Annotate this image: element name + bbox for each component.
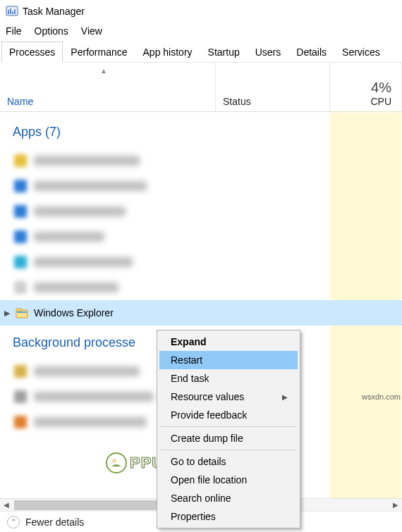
menu-open-file-location[interactable]: Open file location — [159, 471, 298, 489]
menu-provide-feedback[interactable]: Provide feedback — [159, 406, 298, 424]
tab-users[interactable]: Users — [248, 42, 289, 63]
tab-processes[interactable]: Processes — [1, 42, 63, 63]
row-label: Windows Explorer — [34, 307, 114, 318]
task-manager-icon — [6, 5, 18, 18]
fewer-details-label[interactable]: Fewer details — [25, 516, 84, 528]
tab-performance[interactable]: Performance — [63, 42, 135, 63]
svg-point-8 — [106, 453, 126, 473]
sort-caret-icon: ▲ — [100, 67, 107, 75]
collapse-details-button[interactable]: ⌃ — [7, 516, 20, 528]
menu-resource-values[interactable]: Resource values ▶ — [159, 388, 298, 406]
column-status[interactable]: Status — [216, 63, 330, 111]
tab-bar: Processes Performance App history Startu… — [0, 41, 402, 63]
table-row[interactable] — [0, 199, 402, 224]
column-headers: ▲ Name Status 4% CPU — [0, 63, 402, 112]
context-menu: Expand Restart End task Resource values … — [157, 330, 300, 528]
tab-app-history[interactable]: App history — [135, 42, 200, 63]
menu-options[interactable]: Options — [35, 25, 68, 37]
window-title: Task Manager — [23, 6, 85, 17]
menu-restart[interactable]: Restart — [159, 351, 298, 369]
cpu-usage-value: 4% — [371, 80, 391, 96]
table-row[interactable] — [0, 173, 402, 199]
chevron-right-icon[interactable]: ▶ — [4, 309, 10, 318]
scroll-right-icon[interactable]: ▶ — [389, 499, 402, 512]
column-name-label: Name — [7, 96, 33, 107]
menu-expand[interactable]: Expand — [159, 333, 298, 351]
column-name[interactable]: ▲ Name — [0, 63, 216, 111]
tab-services[interactable]: Services — [334, 42, 388, 63]
menu-view[interactable]: View — [81, 25, 102, 37]
chevron-right-icon: ▶ — [282, 393, 288, 401]
menu-separator — [161, 450, 296, 450]
scroll-left-icon[interactable]: ◀ — [0, 499, 13, 512]
svg-rect-1 — [8, 10, 9, 14]
table-row[interactable] — [0, 148, 402, 173]
row-windows-explorer[interactable]: ▶ Windows Explorer — [0, 300, 402, 326]
cpu-label: CPU — [370, 96, 391, 107]
menu-create-dump[interactable]: Create dump file — [159, 429, 298, 447]
watermark-logo-icon — [106, 452, 127, 474]
svg-rect-6 — [16, 309, 22, 311]
svg-rect-2 — [10, 8, 11, 14]
menu-separator — [161, 426, 296, 427]
svg-rect-7 — [17, 311, 27, 313]
menu-properties[interactable]: Properties — [159, 507, 298, 526]
table-row[interactable] — [0, 224, 402, 249]
column-cpu[interactable]: 4% CPU — [330, 63, 402, 111]
svg-rect-5 — [16, 310, 28, 318]
svg-point-9 — [112, 459, 116, 463]
scrollbar-thumb[interactable] — [14, 500, 162, 510]
windows-explorer-icon — [16, 307, 28, 319]
svg-rect-3 — [12, 11, 13, 14]
svg-rect-4 — [14, 9, 16, 14]
table-row[interactable] — [0, 249, 402, 275]
menu-end-task[interactable]: End task — [159, 369, 298, 388]
menu-search-online[interactable]: Search online — [159, 489, 298, 507]
menu-go-to-details[interactable]: Go to details — [159, 452, 298, 471]
menu-resource-values-label: Resource values — [171, 391, 244, 402]
titlebar: Task Manager — [0, 0, 402, 23]
menu-file[interactable]: File — [6, 25, 22, 37]
table-row[interactable] — [0, 275, 402, 300]
tab-startup[interactable]: Startup — [200, 42, 248, 63]
column-status-label: Status — [223, 96, 251, 107]
menubar: File Options View — [0, 23, 402, 41]
tab-details[interactable]: Details — [288, 42, 334, 63]
